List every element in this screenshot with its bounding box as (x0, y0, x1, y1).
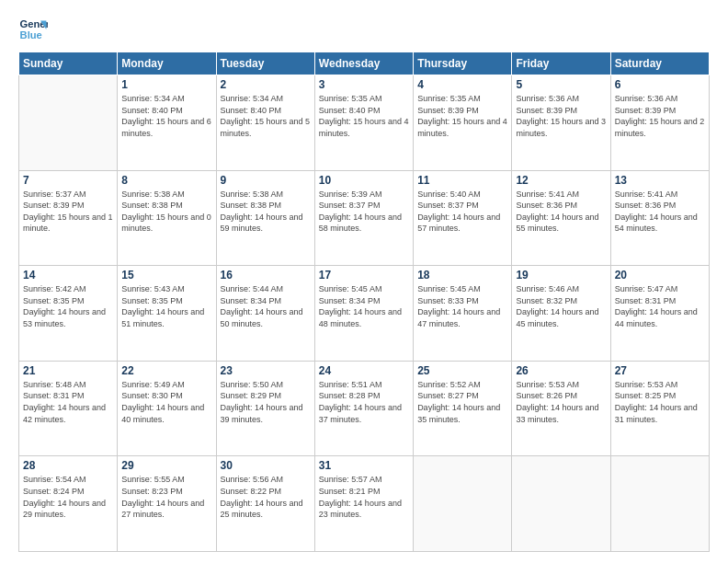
day-info: Sunrise: 5:57 AM Sunset: 8:21 PM Dayligh… (319, 474, 409, 520)
day-info: Sunrise: 5:41 AM Sunset: 8:36 PM Dayligh… (615, 189, 705, 235)
day-info: Sunrise: 5:49 AM Sunset: 8:30 PM Dayligh… (121, 379, 211, 425)
day-number: 22 (121, 364, 211, 377)
logo: General Blue (18, 15, 48, 44)
calendar-cell: 31Sunrise: 5:57 AM Sunset: 8:21 PM Dayli… (314, 456, 413, 552)
day-info: Sunrise: 5:44 AM Sunset: 8:34 PM Dayligh… (221, 283, 311, 329)
day-number: 25 (417, 364, 507, 377)
calendar-cell: 3Sunrise: 5:35 AM Sunset: 8:40 PM Daylig… (314, 75, 413, 171)
day-number: 2 (221, 78, 311, 91)
day-info: Sunrise: 5:55 AM Sunset: 8:23 PM Dayligh… (121, 474, 211, 520)
day-number: 28 (23, 459, 113, 472)
day-number: 15 (121, 269, 211, 282)
calendar-cell: 30Sunrise: 5:56 AM Sunset: 8:22 PM Dayli… (216, 456, 314, 552)
day-info: Sunrise: 5:38 AM Sunset: 8:38 PM Dayligh… (121, 189, 211, 235)
day-number: 3 (319, 78, 409, 91)
calendar-header-row: SundayMondayTuesdayWednesdayThursdayFrid… (19, 52, 710, 75)
day-number: 6 (615, 78, 705, 91)
svg-text:Blue: Blue (20, 29, 42, 40)
day-info: Sunrise: 5:42 AM Sunset: 8:35 PM Dayligh… (23, 283, 113, 329)
day-number: 29 (121, 459, 211, 472)
day-info: Sunrise: 5:35 AM Sunset: 8:40 PM Dayligh… (319, 93, 409, 139)
weekday-header: Monday (118, 52, 216, 75)
calendar-cell: 17Sunrise: 5:45 AM Sunset: 8:34 PM Dayli… (314, 266, 413, 362)
calendar-cell: 22Sunrise: 5:49 AM Sunset: 8:30 PM Dayli… (118, 361, 216, 456)
calendar-cell: 24Sunrise: 5:51 AM Sunset: 8:28 PM Dayli… (314, 361, 413, 456)
calendar-cell: 2Sunrise: 5:34 AM Sunset: 8:40 PM Daylig… (216, 75, 314, 171)
calendar-cell: 21Sunrise: 5:48 AM Sunset: 8:31 PM Dayli… (19, 361, 118, 456)
day-info: Sunrise: 5:43 AM Sunset: 8:35 PM Dayligh… (121, 283, 211, 329)
day-info: Sunrise: 5:50 AM Sunset: 8:29 PM Dayligh… (221, 379, 311, 425)
calendar-cell: 29Sunrise: 5:55 AM Sunset: 8:23 PM Dayli… (118, 456, 216, 552)
weekday-header: Friday (512, 52, 610, 75)
day-info: Sunrise: 5:39 AM Sunset: 8:37 PM Dayligh… (319, 189, 409, 235)
calendar-cell: 20Sunrise: 5:47 AM Sunset: 8:31 PM Dayli… (610, 266, 709, 362)
day-info: Sunrise: 5:41 AM Sunset: 8:36 PM Dayligh… (516, 189, 606, 235)
weekday-header: Wednesday (314, 52, 413, 75)
calendar-cell: 9Sunrise: 5:38 AM Sunset: 8:38 PM Daylig… (216, 170, 314, 266)
calendar-week-row: 1Sunrise: 5:34 AM Sunset: 8:40 PM Daylig… (19, 75, 710, 171)
day-info: Sunrise: 5:36 AM Sunset: 8:39 PM Dayligh… (516, 93, 606, 139)
day-number: 26 (516, 364, 606, 377)
calendar-cell: 28Sunrise: 5:54 AM Sunset: 8:24 PM Dayli… (19, 456, 118, 552)
weekday-header: Sunday (19, 52, 118, 75)
day-info: Sunrise: 5:45 AM Sunset: 8:34 PM Dayligh… (319, 283, 409, 329)
day-number: 23 (221, 364, 311, 377)
day-info: Sunrise: 5:47 AM Sunset: 8:31 PM Dayligh… (615, 283, 705, 329)
day-number: 19 (516, 269, 606, 282)
calendar-cell: 1Sunrise: 5:34 AM Sunset: 8:40 PM Daylig… (118, 75, 216, 171)
calendar-cell: 27Sunrise: 5:53 AM Sunset: 8:25 PM Dayli… (610, 361, 709, 456)
day-info: Sunrise: 5:53 AM Sunset: 8:26 PM Dayligh… (516, 379, 606, 425)
day-number: 21 (23, 364, 113, 377)
calendar-cell: 6Sunrise: 5:36 AM Sunset: 8:39 PM Daylig… (610, 75, 709, 171)
day-number: 5 (516, 78, 606, 91)
day-number: 18 (417, 269, 507, 282)
calendar-cell: 5Sunrise: 5:36 AM Sunset: 8:39 PM Daylig… (512, 75, 610, 171)
day-info: Sunrise: 5:46 AM Sunset: 8:32 PM Dayligh… (516, 283, 606, 329)
day-info: Sunrise: 5:35 AM Sunset: 8:39 PM Dayligh… (417, 93, 507, 139)
weekday-header: Saturday (610, 52, 709, 75)
day-info: Sunrise: 5:45 AM Sunset: 8:33 PM Dayligh… (417, 283, 507, 329)
day-number: 31 (319, 459, 409, 472)
day-info: Sunrise: 5:56 AM Sunset: 8:22 PM Dayligh… (221, 474, 311, 520)
calendar-table: SundayMondayTuesdayWednesdayThursdayFrid… (18, 52, 710, 552)
day-number: 13 (615, 174, 705, 187)
day-number: 30 (221, 459, 311, 472)
calendar-week-row: 7Sunrise: 5:37 AM Sunset: 8:39 PM Daylig… (19, 170, 710, 266)
calendar-cell: 16Sunrise: 5:44 AM Sunset: 8:34 PM Dayli… (216, 266, 314, 362)
day-number: 27 (615, 364, 705, 377)
weekday-header: Thursday (414, 52, 512, 75)
calendar-week-row: 21Sunrise: 5:48 AM Sunset: 8:31 PM Dayli… (19, 361, 710, 456)
day-info: Sunrise: 5:37 AM Sunset: 8:39 PM Dayligh… (23, 189, 113, 235)
day-info: Sunrise: 5:36 AM Sunset: 8:39 PM Dayligh… (615, 93, 705, 139)
day-number: 10 (319, 174, 409, 187)
calendar-cell: 11Sunrise: 5:40 AM Sunset: 8:37 PM Dayli… (414, 170, 512, 266)
day-info: Sunrise: 5:54 AM Sunset: 8:24 PM Dayligh… (23, 474, 113, 520)
page-header: General Blue (18, 15, 710, 44)
calendar-cell: 15Sunrise: 5:43 AM Sunset: 8:35 PM Dayli… (118, 266, 216, 362)
day-info: Sunrise: 5:38 AM Sunset: 8:38 PM Dayligh… (221, 189, 311, 235)
logo-icon: General Blue (18, 15, 48, 44)
calendar-cell: 14Sunrise: 5:42 AM Sunset: 8:35 PM Dayli… (19, 266, 118, 362)
calendar-cell (610, 456, 709, 552)
calendar-week-row: 28Sunrise: 5:54 AM Sunset: 8:24 PM Dayli… (19, 456, 710, 552)
day-number: 12 (516, 174, 606, 187)
calendar-cell (414, 456, 512, 552)
calendar-cell (512, 456, 610, 552)
day-number: 16 (221, 269, 311, 282)
day-number: 7 (23, 174, 113, 187)
calendar-cell: 23Sunrise: 5:50 AM Sunset: 8:29 PM Dayli… (216, 361, 314, 456)
day-number: 14 (23, 269, 113, 282)
calendar-cell: 26Sunrise: 5:53 AM Sunset: 8:26 PM Dayli… (512, 361, 610, 456)
day-number: 17 (319, 269, 409, 282)
day-number: 20 (615, 269, 705, 282)
calendar-cell: 19Sunrise: 5:46 AM Sunset: 8:32 PM Dayli… (512, 266, 610, 362)
calendar-cell: 25Sunrise: 5:52 AM Sunset: 8:27 PM Dayli… (414, 361, 512, 456)
calendar-cell (19, 75, 118, 171)
day-number: 1 (121, 78, 211, 91)
calendar-cell: 7Sunrise: 5:37 AM Sunset: 8:39 PM Daylig… (19, 170, 118, 266)
calendar-cell: 8Sunrise: 5:38 AM Sunset: 8:38 PM Daylig… (118, 170, 216, 266)
day-number: 11 (417, 174, 507, 187)
day-info: Sunrise: 5:40 AM Sunset: 8:37 PM Dayligh… (417, 189, 507, 235)
day-info: Sunrise: 5:34 AM Sunset: 8:40 PM Dayligh… (121, 93, 211, 139)
day-info: Sunrise: 5:53 AM Sunset: 8:25 PM Dayligh… (615, 379, 705, 425)
